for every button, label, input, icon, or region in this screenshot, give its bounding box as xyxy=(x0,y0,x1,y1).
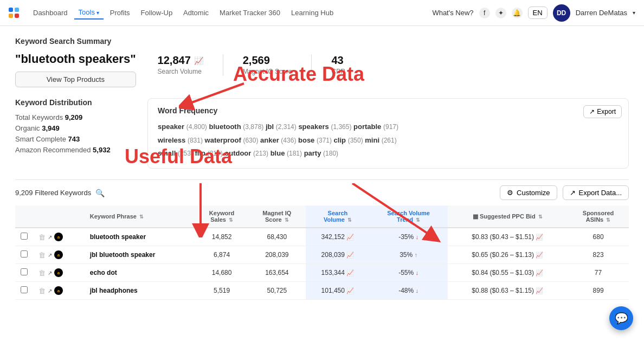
export-icon: ↗ xyxy=(589,108,595,115)
nav-followup[interactable]: Follow-Up xyxy=(137,7,177,19)
row-checkbox[interactable] xyxy=(21,268,28,275)
delete-icon[interactable]: 🗑 xyxy=(38,251,46,259)
table-header-row: 9,209 Filtered Keywords 🔍 ⚙ Customize ↗ … xyxy=(15,179,629,205)
nav-learning-hub[interactable]: Learning Hub xyxy=(287,7,338,19)
export-data-button[interactable]: ↗ Export Data... xyxy=(563,185,629,200)
stat-cpr-value: 43 xyxy=(331,54,345,67)
table-row: 🗑 ↗ a bluetooth speaker 14,852 68,430 34… xyxy=(15,228,629,246)
facebook-icon[interactable]: f xyxy=(479,8,490,18)
word-frequency-panel: Word Frequency ↗ Export speaker (4,800) … xyxy=(147,98,629,169)
row-sv-trend: -55% ↓ xyxy=(370,264,448,282)
sort-kw-icon[interactable]: ⇅ xyxy=(139,214,144,220)
main-content: Keyword Search Summary Accurate Data Use… xyxy=(0,26,644,341)
amazon-badge[interactable]: a xyxy=(54,286,63,295)
stat-search-volume: 12,847 📈 Search Volume xyxy=(158,54,203,75)
delete-icon[interactable]: 🗑 xyxy=(38,287,46,295)
nav-profits[interactable]: Profits xyxy=(106,7,134,19)
table-row: 🗑 ↗ a jbl headphones 5,519 50,725 101,45… xyxy=(15,282,629,300)
row-checkbox-cell xyxy=(15,264,33,282)
row-checkbox[interactable] xyxy=(21,286,28,293)
stat-magnet-iq: 2,569 Magnet IQ Score xyxy=(243,54,292,75)
customize-button[interactable]: ⚙ Customize xyxy=(500,185,557,200)
keyword-name: bluetooth speaker xyxy=(90,233,190,241)
keyword-title-block: "bluetooth speakers" View Top Products xyxy=(15,52,136,87)
chat-fab-button[interactable]: 💬 xyxy=(609,306,633,330)
row-ppc-bid: $0.88 ($0.63 – $1.15) 📈 xyxy=(448,282,568,300)
row-kw-sales: 14,680 xyxy=(196,264,248,282)
external-link-icon[interactable]: ↗ xyxy=(48,252,52,258)
row-kw-sales: 6,874 xyxy=(196,246,248,264)
col-keyword-phrase-header[interactable]: Keyword Phrase ⇅ xyxy=(85,205,180,228)
stat-search-volume-value: 12,847 📈 xyxy=(158,54,203,67)
row-keyword-phrase: echo dot xyxy=(85,264,196,282)
sort-trend-icon[interactable]: ⇅ xyxy=(416,217,420,223)
row-action-cell: 🗑 ↗ a xyxy=(33,246,85,264)
avatar: DD xyxy=(553,4,570,22)
col-checkbox xyxy=(15,205,33,228)
row-checkbox-cell xyxy=(15,228,33,246)
delete-icon[interactable]: 🗑 xyxy=(38,233,46,241)
ai-icon[interactable]: ✦ xyxy=(495,8,506,18)
col-sv-trend-header[interactable]: Search VolumeTrend ⇅ xyxy=(370,205,448,228)
col-kw-sales-header[interactable]: KeywordSales ⇅ xyxy=(196,205,248,228)
external-link-icon[interactable]: ↗ xyxy=(48,288,52,294)
stat-cpr: 43 CPR xyxy=(331,54,345,75)
trend-chart-icon: 📈 xyxy=(346,252,354,258)
dist-amazon: Amazon Recommended 5,932 xyxy=(15,146,134,154)
nav-tools[interactable]: Tools xyxy=(74,6,104,20)
row-sv-trend: -35% ↓ xyxy=(370,228,448,246)
nav-market-tracker[interactable]: Market Tracker 360 xyxy=(215,7,285,19)
nav-adtomic[interactable]: Adtomic xyxy=(179,7,213,19)
row-checkbox[interactable] xyxy=(21,233,28,240)
user-name[interactable]: Darren DeMatas xyxy=(576,9,627,17)
user-dropdown-icon[interactable]: ▾ xyxy=(633,10,635,16)
row-sponsored-asins: 823 xyxy=(568,246,629,264)
ppc-trend-icon: 📈 xyxy=(536,287,543,294)
amazon-badge[interactable]: a xyxy=(54,233,63,241)
wf-export-button[interactable]: ↗ Export xyxy=(583,105,622,118)
row-ppc-bid: $0.84 ($0.55 – $1.03) 📈 xyxy=(448,264,568,282)
col-iq-score-header[interactable]: Magnet IQScore ⇅ xyxy=(248,205,306,228)
app-logo[interactable] xyxy=(9,8,19,18)
external-link-icon[interactable]: ↗ xyxy=(48,234,52,240)
trend-chart-icon: 📈 xyxy=(346,234,354,240)
external-link-icon[interactable]: ↗ xyxy=(48,270,52,276)
wf-title: Word Frequency xyxy=(158,106,619,115)
whats-new-link[interactable]: What's New? xyxy=(432,9,473,17)
keyword-name: jbl bluetooth speaker xyxy=(90,251,190,259)
table-search-icon[interactable]: 🔍 xyxy=(95,189,105,197)
keyword-distribution: Keyword Distribution Total Keywords 9,20… xyxy=(15,98,134,169)
language-selector[interactable]: EN xyxy=(528,7,548,19)
section-title: Keyword Search Summary xyxy=(15,37,629,46)
view-top-products-button[interactable]: View Top Products xyxy=(15,72,136,87)
notification-icon[interactable]: 🔔 xyxy=(512,8,523,18)
sort-iq-icon[interactable]: ⇅ xyxy=(285,217,289,223)
row-ppc-bid: $0.83 ($0.43 – $1.51) 📈 xyxy=(448,228,568,246)
col-sponsored-header[interactable]: SponsoredASINs ⇅ xyxy=(568,205,629,228)
sort-sales-icon[interactable]: ⇅ xyxy=(229,217,233,223)
row-search-vol: 208,039 📈 xyxy=(306,246,370,264)
filtered-count: 9,209 Filtered Keywords 🔍 xyxy=(15,189,105,197)
row-iq-score: 68,430 xyxy=(248,228,306,246)
sort-asins-icon[interactable]: ⇅ xyxy=(606,217,610,223)
sort-ppc-icon[interactable]: ⇅ xyxy=(538,214,543,220)
stats-row: 12,847 📈 Search Volume 2,569 Magnet IQ S… xyxy=(158,52,345,76)
amazon-badge[interactable]: a xyxy=(54,250,63,259)
nav-right: What's New? f ✦ 🔔 EN DD Darren DeMatas ▾ xyxy=(432,4,635,22)
stat-divider-1 xyxy=(223,54,223,76)
customize-icon: ⚙ xyxy=(507,189,513,197)
table-actions: ⚙ Customize ↗ Export Data... xyxy=(500,185,629,200)
row-keyword-phrase: jbl bluetooth speaker xyxy=(85,246,196,264)
row-action-cell: 🗑 ↗ a xyxy=(33,228,85,246)
amazon-badge[interactable]: a xyxy=(54,268,63,277)
row-keyword-phrase: jbl headphones xyxy=(85,282,196,300)
sort-vol-icon[interactable]: ⇅ xyxy=(347,217,352,223)
row-keyword-phrase: bluetooth speaker xyxy=(85,228,196,246)
nav-dashboard[interactable]: Dashboard xyxy=(29,7,72,19)
col-ppc-bid-header[interactable]: ▦ Suggested PPC Bid ⇅ xyxy=(448,205,568,228)
row-sv-trend: 35% ↑ xyxy=(370,246,448,264)
row-checkbox[interactable] xyxy=(21,250,28,258)
col-search-vol-header[interactable]: SearchVolume ⇅ xyxy=(306,205,370,228)
trend-arrow-icon: ↓ xyxy=(416,287,419,294)
delete-icon[interactable]: 🗑 xyxy=(38,269,46,277)
